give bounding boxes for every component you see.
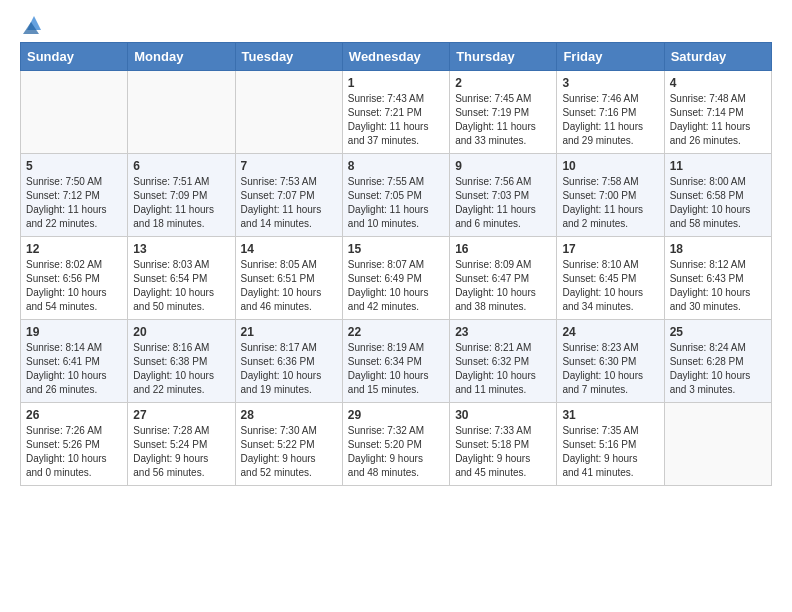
header <box>20 16 772 34</box>
day-number: 3 <box>562 76 658 90</box>
day-number: 12 <box>26 242 122 256</box>
day-number: 24 <box>562 325 658 339</box>
day-info: Sunrise: 8:24 AM Sunset: 6:28 PM Dayligh… <box>670 341 766 397</box>
calendar-week-1: 1Sunrise: 7:43 AM Sunset: 7:21 PM Daylig… <box>21 71 772 154</box>
day-info: Sunrise: 8:16 AM Sunset: 6:38 PM Dayligh… <box>133 341 229 397</box>
calendar-cell <box>21 71 128 154</box>
calendar-cell: 15Sunrise: 8:07 AM Sunset: 6:49 PM Dayli… <box>342 237 449 320</box>
day-number: 18 <box>670 242 766 256</box>
header-friday: Friday <box>557 43 664 71</box>
day-info: Sunrise: 7:46 AM Sunset: 7:16 PM Dayligh… <box>562 92 658 148</box>
calendar-table: SundayMondayTuesdayWednesdayThursdayFrid… <box>20 42 772 486</box>
day-number: 2 <box>455 76 551 90</box>
day-info: Sunrise: 8:17 AM Sunset: 6:36 PM Dayligh… <box>241 341 337 397</box>
calendar-week-2: 5Sunrise: 7:50 AM Sunset: 7:12 PM Daylig… <box>21 154 772 237</box>
day-number: 19 <box>26 325 122 339</box>
calendar-cell: 24Sunrise: 8:23 AM Sunset: 6:30 PM Dayli… <box>557 320 664 403</box>
day-number: 20 <box>133 325 229 339</box>
day-info: Sunrise: 7:26 AM Sunset: 5:26 PM Dayligh… <box>26 424 122 480</box>
calendar-cell: 28Sunrise: 7:30 AM Sunset: 5:22 PM Dayli… <box>235 403 342 486</box>
calendar-cell: 13Sunrise: 8:03 AM Sunset: 6:54 PM Dayli… <box>128 237 235 320</box>
day-info: Sunrise: 8:03 AM Sunset: 6:54 PM Dayligh… <box>133 258 229 314</box>
day-info: Sunrise: 8:23 AM Sunset: 6:30 PM Dayligh… <box>562 341 658 397</box>
day-number: 21 <box>241 325 337 339</box>
calendar-cell: 17Sunrise: 8:10 AM Sunset: 6:45 PM Dayli… <box>557 237 664 320</box>
calendar-cell: 23Sunrise: 8:21 AM Sunset: 6:32 PM Dayli… <box>450 320 557 403</box>
day-number: 23 <box>455 325 551 339</box>
header-thursday: Thursday <box>450 43 557 71</box>
calendar-cell: 22Sunrise: 8:19 AM Sunset: 6:34 PM Dayli… <box>342 320 449 403</box>
day-info: Sunrise: 7:56 AM Sunset: 7:03 PM Dayligh… <box>455 175 551 231</box>
day-number: 16 <box>455 242 551 256</box>
calendar-cell: 4Sunrise: 7:48 AM Sunset: 7:14 PM Daylig… <box>664 71 771 154</box>
day-info: Sunrise: 8:19 AM Sunset: 6:34 PM Dayligh… <box>348 341 444 397</box>
day-info: Sunrise: 8:09 AM Sunset: 6:47 PM Dayligh… <box>455 258 551 314</box>
header-tuesday: Tuesday <box>235 43 342 71</box>
calendar-cell: 10Sunrise: 7:58 AM Sunset: 7:00 PM Dayli… <box>557 154 664 237</box>
calendar-cell: 1Sunrise: 7:43 AM Sunset: 7:21 PM Daylig… <box>342 71 449 154</box>
calendar-cell: 2Sunrise: 7:45 AM Sunset: 7:19 PM Daylig… <box>450 71 557 154</box>
calendar-cell: 19Sunrise: 8:14 AM Sunset: 6:41 PM Dayli… <box>21 320 128 403</box>
calendar-cell: 9Sunrise: 7:56 AM Sunset: 7:03 PM Daylig… <box>450 154 557 237</box>
day-number: 11 <box>670 159 766 173</box>
day-info: Sunrise: 7:28 AM Sunset: 5:24 PM Dayligh… <box>133 424 229 480</box>
calendar-week-5: 26Sunrise: 7:26 AM Sunset: 5:26 PM Dayli… <box>21 403 772 486</box>
day-info: Sunrise: 7:43 AM Sunset: 7:21 PM Dayligh… <box>348 92 444 148</box>
day-info: Sunrise: 8:05 AM Sunset: 6:51 PM Dayligh… <box>241 258 337 314</box>
day-number: 29 <box>348 408 444 422</box>
calendar-cell: 11Sunrise: 8:00 AM Sunset: 6:58 PM Dayli… <box>664 154 771 237</box>
calendar-week-4: 19Sunrise: 8:14 AM Sunset: 6:41 PM Dayli… <box>21 320 772 403</box>
calendar-cell: 12Sunrise: 8:02 AM Sunset: 6:56 PM Dayli… <box>21 237 128 320</box>
calendar-cell: 14Sunrise: 8:05 AM Sunset: 6:51 PM Dayli… <box>235 237 342 320</box>
logo <box>20 16 45 34</box>
day-number: 30 <box>455 408 551 422</box>
day-info: Sunrise: 7:53 AM Sunset: 7:07 PM Dayligh… <box>241 175 337 231</box>
day-info: Sunrise: 7:32 AM Sunset: 5:20 PM Dayligh… <box>348 424 444 480</box>
day-info: Sunrise: 7:45 AM Sunset: 7:19 PM Dayligh… <box>455 92 551 148</box>
day-info: Sunrise: 7:35 AM Sunset: 5:16 PM Dayligh… <box>562 424 658 480</box>
day-info: Sunrise: 8:00 AM Sunset: 6:58 PM Dayligh… <box>670 175 766 231</box>
day-number: 9 <box>455 159 551 173</box>
day-info: Sunrise: 7:58 AM Sunset: 7:00 PM Dayligh… <box>562 175 658 231</box>
day-number: 1 <box>348 76 444 90</box>
day-info: Sunrise: 7:55 AM Sunset: 7:05 PM Dayligh… <box>348 175 444 231</box>
calendar-cell: 18Sunrise: 8:12 AM Sunset: 6:43 PM Dayli… <box>664 237 771 320</box>
day-info: Sunrise: 7:33 AM Sunset: 5:18 PM Dayligh… <box>455 424 551 480</box>
day-number: 10 <box>562 159 658 173</box>
day-number: 22 <box>348 325 444 339</box>
calendar-cell <box>235 71 342 154</box>
day-number: 25 <box>670 325 766 339</box>
header-monday: Monday <box>128 43 235 71</box>
calendar-header-row: SundayMondayTuesdayWednesdayThursdayFrid… <box>21 43 772 71</box>
day-number: 5 <box>26 159 122 173</box>
calendar-cell: 21Sunrise: 8:17 AM Sunset: 6:36 PM Dayli… <box>235 320 342 403</box>
day-number: 27 <box>133 408 229 422</box>
header-wednesday: Wednesday <box>342 43 449 71</box>
calendar-cell: 8Sunrise: 7:55 AM Sunset: 7:05 PM Daylig… <box>342 154 449 237</box>
day-info: Sunrise: 8:12 AM Sunset: 6:43 PM Dayligh… <box>670 258 766 314</box>
day-number: 31 <box>562 408 658 422</box>
day-info: Sunrise: 8:14 AM Sunset: 6:41 PM Dayligh… <box>26 341 122 397</box>
logo-icon <box>23 12 45 34</box>
day-number: 17 <box>562 242 658 256</box>
day-number: 13 <box>133 242 229 256</box>
day-number: 26 <box>26 408 122 422</box>
calendar-cell: 16Sunrise: 8:09 AM Sunset: 6:47 PM Dayli… <box>450 237 557 320</box>
day-info: Sunrise: 7:30 AM Sunset: 5:22 PM Dayligh… <box>241 424 337 480</box>
calendar-cell: 27Sunrise: 7:28 AM Sunset: 5:24 PM Dayli… <box>128 403 235 486</box>
calendar-cell: 20Sunrise: 8:16 AM Sunset: 6:38 PM Dayli… <box>128 320 235 403</box>
day-info: Sunrise: 7:51 AM Sunset: 7:09 PM Dayligh… <box>133 175 229 231</box>
calendar-cell: 7Sunrise: 7:53 AM Sunset: 7:07 PM Daylig… <box>235 154 342 237</box>
day-info: Sunrise: 8:02 AM Sunset: 6:56 PM Dayligh… <box>26 258 122 314</box>
day-info: Sunrise: 8:10 AM Sunset: 6:45 PM Dayligh… <box>562 258 658 314</box>
day-number: 6 <box>133 159 229 173</box>
calendar-week-3: 12Sunrise: 8:02 AM Sunset: 6:56 PM Dayli… <box>21 237 772 320</box>
calendar-cell: 5Sunrise: 7:50 AM Sunset: 7:12 PM Daylig… <box>21 154 128 237</box>
calendar-cell <box>664 403 771 486</box>
calendar-cell: 3Sunrise: 7:46 AM Sunset: 7:16 PM Daylig… <box>557 71 664 154</box>
day-number: 14 <box>241 242 337 256</box>
day-number: 28 <box>241 408 337 422</box>
calendar-cell <box>128 71 235 154</box>
day-number: 4 <box>670 76 766 90</box>
day-number: 8 <box>348 159 444 173</box>
